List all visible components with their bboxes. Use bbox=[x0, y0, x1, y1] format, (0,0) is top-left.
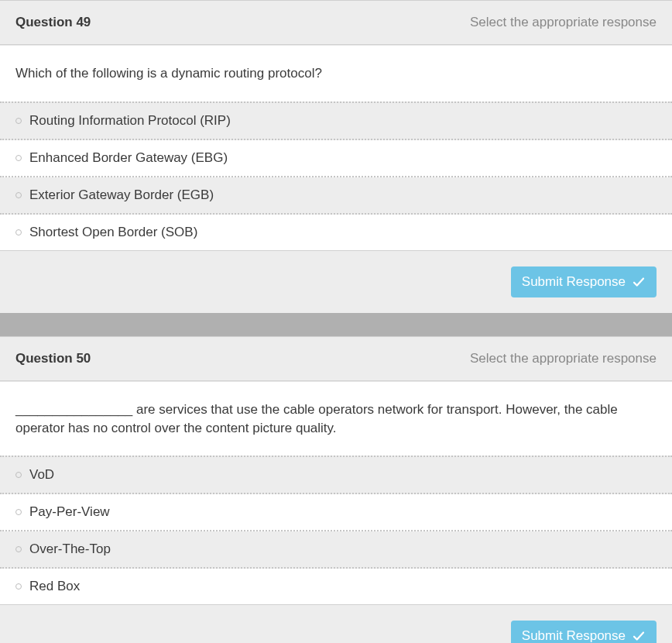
option-label: Exterior Gateway Border (EGB) bbox=[29, 187, 214, 203]
question-header: Question 50 Select the appropriate respo… bbox=[0, 337, 672, 381]
options-list: Routing Information Protocol (RIP) Enhan… bbox=[0, 101, 672, 251]
question-instruction: Select the appropriate response bbox=[470, 351, 657, 366]
radio-icon[interactable] bbox=[15, 229, 22, 236]
options-list: VoD Pay-Per-View Over-The-Top Red Box bbox=[0, 456, 672, 605]
radio-icon[interactable] bbox=[15, 118, 22, 124]
question-prompt: Which of the following is a dynamic rout… bbox=[0, 45, 672, 101]
option-label: Over-The-Top bbox=[29, 542, 111, 557]
question-footer: Submit Response bbox=[0, 605, 672, 643]
submit-button-label: Submit Response bbox=[522, 628, 626, 643]
option-row[interactable]: Pay-Per-View bbox=[0, 494, 672, 531]
question-title: Question 50 bbox=[15, 351, 91, 366]
option-row[interactable]: Routing Information Protocol (RIP) bbox=[0, 103, 672, 140]
submit-button-label: Submit Response bbox=[522, 274, 626, 290]
option-row[interactable]: Over-The-Top bbox=[0, 531, 672, 569]
radio-icon[interactable] bbox=[15, 546, 22, 552]
radio-icon[interactable] bbox=[15, 509, 22, 515]
radio-icon[interactable] bbox=[15, 472, 22, 478]
option-label: Routing Information Protocol (RIP) bbox=[29, 113, 231, 129]
question-header: Question 49 Select the appropriate respo… bbox=[0, 1, 672, 45]
submit-button[interactable]: Submit Response bbox=[511, 266, 657, 297]
check-icon bbox=[632, 275, 646, 289]
radio-icon[interactable] bbox=[15, 583, 22, 590]
question-instruction: Select the appropriate response bbox=[470, 15, 657, 30]
option-row[interactable]: Red Box bbox=[0, 569, 672, 605]
option-row[interactable]: VoD bbox=[0, 457, 672, 494]
option-row[interactable]: Exterior Gateway Border (EGB) bbox=[0, 177, 672, 215]
option-row[interactable]: Shortest Open Border (SOB) bbox=[0, 215, 672, 251]
question-card-49: Question 49 Select the appropriate respo… bbox=[0, 0, 672, 313]
card-divider bbox=[0, 313, 672, 336]
question-title: Question 49 bbox=[15, 15, 91, 30]
submit-button[interactable]: Submit Response bbox=[511, 621, 657, 643]
option-label: VoD bbox=[29, 467, 54, 483]
option-label: Pay-Per-View bbox=[29, 504, 110, 520]
option-row[interactable]: Enhanced Border Gateway (EBG) bbox=[0, 140, 672, 177]
radio-icon[interactable] bbox=[15, 192, 22, 198]
question-prompt: ________________ are services that use t… bbox=[0, 381, 672, 456]
option-label: Enhanced Border Gateway (EBG) bbox=[29, 150, 228, 166]
option-label: Shortest Open Border (SOB) bbox=[29, 225, 197, 240]
question-footer: Submit Response bbox=[0, 251, 672, 313]
radio-icon[interactable] bbox=[15, 155, 22, 161]
question-card-50: Question 50 Select the appropriate respo… bbox=[0, 336, 672, 643]
check-icon bbox=[632, 629, 646, 643]
option-label: Red Box bbox=[29, 579, 80, 594]
